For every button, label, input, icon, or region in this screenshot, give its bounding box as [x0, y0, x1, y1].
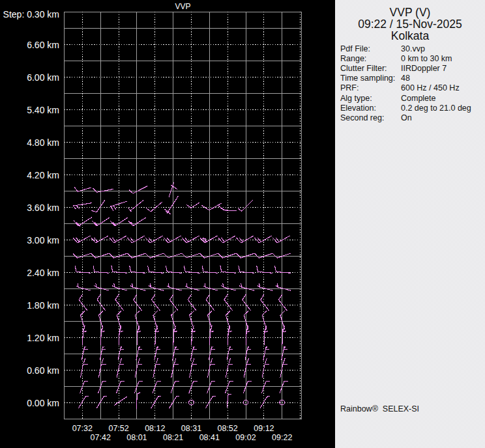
svg-text:07:32: 07:32	[72, 424, 93, 433]
svg-text:Second reg:: Second reg:	[340, 113, 384, 122]
svg-text:09:02: 09:02	[235, 433, 256, 442]
svg-text:600 Hz / 450 Hz: 600 Hz / 450 Hz	[401, 83, 460, 92]
svg-text:09:22 / 15-Nov-2025: 09:22 / 15-Nov-2025	[358, 18, 462, 31]
svg-text:08:12: 08:12	[145, 424, 165, 433]
svg-text:6.00 km: 6.00 km	[27, 72, 59, 83]
svg-text:Elevation:: Elevation:	[340, 104, 376, 113]
svg-text:3.00 km: 3.00 km	[27, 235, 59, 245]
svg-text:09:12: 09:12	[254, 424, 274, 433]
svg-text:Kolkata: Kolkata	[391, 29, 430, 42]
svg-text:Pdf File:: Pdf File:	[340, 44, 370, 53]
svg-text:Alg type:: Alg type:	[340, 94, 372, 103]
svg-text:08:21: 08:21	[163, 433, 183, 442]
svg-text:Complete: Complete	[401, 94, 436, 103]
svg-text:Step: 0.30 km: Step: 0.30 km	[3, 9, 59, 20]
svg-text:08:41: 08:41	[199, 433, 220, 442]
svg-text:30.vvp: 30.vvp	[401, 44, 425, 53]
svg-text:PRF:: PRF:	[340, 83, 359, 92]
svg-text:1.20 km: 1.20 km	[27, 333, 59, 343]
svg-text:Rainbow® SELEX-SI: Rainbow® SELEX-SI	[340, 404, 419, 413]
svg-text:07:52: 07:52	[108, 424, 128, 433]
svg-text:VVP: VVP	[175, 2, 190, 11]
svg-text:5.40 km: 5.40 km	[27, 105, 59, 115]
svg-text:2.40 km: 2.40 km	[27, 268, 59, 278]
svg-text:IIRDoppler 7: IIRDoppler 7	[401, 64, 447, 73]
svg-text:VVP (V): VVP (V)	[390, 6, 431, 19]
svg-text:Time sampling:: Time sampling:	[340, 74, 395, 83]
svg-text:08:52: 08:52	[217, 424, 237, 433]
svg-text:4.20 km: 4.20 km	[27, 170, 59, 180]
svg-text:4.80 km: 4.80 km	[27, 137, 59, 148]
svg-text:0.60 km: 0.60 km	[27, 365, 59, 376]
svg-text:Clutter Filter:: Clutter Filter:	[340, 64, 387, 73]
svg-text:08:31: 08:31	[181, 424, 201, 433]
svg-text:09:22: 09:22	[272, 433, 292, 442]
svg-text:08:01: 08:01	[126, 433, 147, 442]
svg-text:On: On	[401, 113, 412, 122]
svg-text:0 km to 30 km: 0 km to 30 km	[401, 54, 452, 63]
svg-text:1.80 km: 1.80 km	[27, 300, 59, 311]
svg-text:Range:: Range:	[340, 54, 366, 63]
svg-text:07:42: 07:42	[91, 433, 111, 442]
svg-text:6.60 km: 6.60 km	[27, 40, 59, 50]
svg-text:3.60 km: 3.60 km	[27, 203, 59, 213]
svg-text:48: 48	[401, 74, 410, 83]
svg-text:0.00 km: 0.00 km	[27, 398, 59, 408]
svg-text:0.2 deg to 21.0 deg: 0.2 deg to 21.0 deg	[401, 104, 471, 113]
